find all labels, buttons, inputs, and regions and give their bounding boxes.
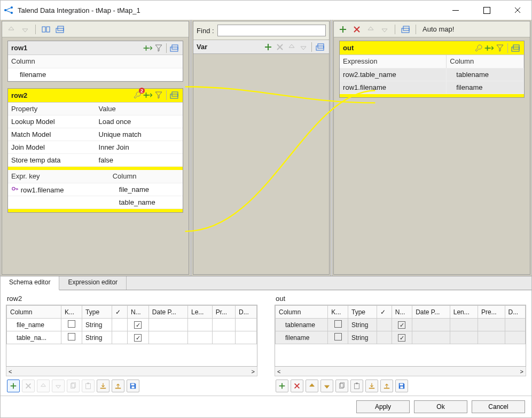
col-chk[interactable]: ✓ — [377, 306, 392, 319]
add-icon[interactable] — [143, 43, 153, 53]
settings-badge-icon[interactable] — [132, 90, 143, 100]
add-icon[interactable] — [484, 43, 495, 53]
cancel-button[interactable]: Cancel — [472, 400, 525, 413]
out-col-0[interactable]: tablename — [447, 68, 524, 81]
add-button[interactable] — [7, 380, 20, 392]
col-key[interactable]: K... — [61, 306, 82, 319]
col-def[interactable]: D... — [236, 306, 257, 319]
ok-button[interactable]: Ok — [414, 400, 467, 413]
checkbox[interactable] — [134, 321, 142, 329]
col-type[interactable]: Type — [82, 306, 112, 319]
close-button[interactable] — [507, 2, 528, 18]
col-datep[interactable]: Date P... — [412, 306, 450, 319]
col-key[interactable]: K... — [328, 306, 348, 319]
col-len[interactable]: Len... — [450, 306, 478, 319]
export-button[interactable] — [380, 380, 393, 392]
col-chk[interactable]: ✓ — [112, 306, 127, 319]
copy-button[interactable] — [67, 380, 80, 392]
add-icon[interactable] — [262, 41, 274, 53]
out-expr-0[interactable]: row2.table_name — [340, 68, 447, 81]
move-down-button[interactable] — [320, 380, 333, 392]
remove-button[interactable] — [291, 380, 303, 392]
checkbox[interactable] — [334, 333, 342, 340]
row2-expr-0[interactable]: row1.filename — [8, 183, 109, 196]
filter-icon[interactable] — [153, 43, 164, 53]
checkbox[interactable] — [334, 320, 342, 328]
layout-minmax-icon[interactable] — [54, 24, 66, 35]
col-pre[interactable]: Pre... — [478, 306, 505, 319]
save-button[interactable] — [127, 380, 139, 392]
add-output-icon[interactable] — [337, 24, 349, 35]
app-window: Talend Data Integration - tMap - tMap_1 … — [0, 0, 532, 418]
find-input[interactable] — [217, 25, 326, 36]
paste-button[interactable] — [82, 380, 95, 392]
scrollbar[interactable]: <> — [6, 367, 257, 376]
automap-button[interactable]: Auto map! — [423, 25, 454, 33]
move-up-icon[interactable] — [286, 41, 298, 53]
row2-col-0[interactable]: file_name — [109, 183, 183, 196]
out-expr-1[interactable]: row1.filename — [340, 81, 447, 94]
remove-icon[interactable] — [274, 41, 286, 53]
move-up-icon[interactable] — [5, 24, 17, 35]
remove-button[interactable] — [22, 380, 35, 392]
add-button[interactable] — [276, 380, 288, 392]
move-down-button[interactable] — [52, 380, 65, 392]
import-button[interactable] — [365, 380, 378, 392]
import-button[interactable] — [97, 380, 109, 392]
copy-button[interactable] — [335, 380, 348, 392]
out-col-1[interactable]: filename — [447, 81, 524, 94]
col-len[interactable]: Le... — [188, 306, 213, 319]
move-down-icon[interactable] — [298, 41, 309, 53]
checkbox[interactable] — [68, 333, 75, 340]
input-toolbar — [2, 21, 189, 37]
checkbox[interactable] — [398, 334, 405, 342]
row2-col-1[interactable]: table_name — [109, 196, 183, 208]
minimize-button[interactable] — [445, 2, 466, 18]
checkbox[interactable] — [398, 321, 405, 329]
move-down-icon[interactable] — [379, 24, 390, 35]
minmax-icon[interactable] — [314, 41, 326, 53]
minmax-icon[interactable] — [510, 43, 521, 53]
col-def[interactable]: D... — [505, 306, 526, 319]
filter-icon[interactable] — [153, 90, 164, 100]
prop-v-3[interactable]: false — [96, 154, 183, 167]
col-datep[interactable]: Date P... — [148, 306, 187, 319]
window-title: Talend Data Integration - tMap - tMap_1 — [18, 6, 445, 14]
minmax-icon[interactable] — [169, 90, 179, 100]
prop-v-2[interactable]: Inner Join — [96, 141, 183, 154]
minmax-icon[interactable] — [169, 43, 179, 53]
row2-expr-1[interactable] — [8, 196, 109, 208]
layout-split-icon[interactable] — [40, 24, 52, 35]
wrench-icon[interactable] — [473, 43, 484, 53]
move-up-button[interactable] — [37, 380, 50, 392]
prop-v-0[interactable]: Load once — [96, 115, 183, 128]
move-up-button[interactable] — [306, 380, 318, 392]
paste-button[interactable] — [350, 380, 363, 392]
prop-v-1[interactable]: Unique match — [96, 128, 183, 141]
splitter-right[interactable] — [331, 20, 332, 276]
move-down-icon[interactable] — [19, 24, 31, 35]
col-null[interactable]: N... — [127, 306, 148, 319]
move-up-icon[interactable] — [365, 24, 377, 35]
col-pre[interactable]: Pr... — [212, 306, 235, 319]
export-button[interactable] — [112, 380, 124, 392]
schema-left-grid[interactable]: Column K... Type ✓ N... Date P... Le... … — [6, 305, 257, 344]
tab-schema[interactable]: Schema editor — [1, 276, 59, 290]
apply-button[interactable]: Apply — [356, 400, 410, 413]
col-null[interactable]: N... — [392, 306, 412, 319]
col-column[interactable]: Column — [276, 306, 328, 319]
maximize-button[interactable] — [476, 2, 497, 18]
row1-col-0[interactable]: filename — [8, 68, 183, 81]
minmax-icon[interactable] — [400, 24, 411, 35]
checkbox[interactable] — [68, 320, 75, 328]
col-column[interactable]: Column — [7, 306, 61, 319]
filter-icon[interactable] — [495, 43, 505, 53]
tab-expression[interactable]: Expression editor — [59, 276, 127, 290]
remove-output-icon[interactable] — [351, 24, 363, 35]
scrollbar[interactable]: <> — [275, 367, 526, 376]
col-type[interactable]: Type — [348, 306, 377, 319]
save-button[interactable] — [395, 380, 408, 392]
checkbox[interactable] — [134, 334, 142, 342]
splitter-left[interactable] — [190, 20, 192, 276]
schema-right-grid[interactable]: Column K... Type ✓ N... Date P... Len...… — [275, 305, 526, 344]
